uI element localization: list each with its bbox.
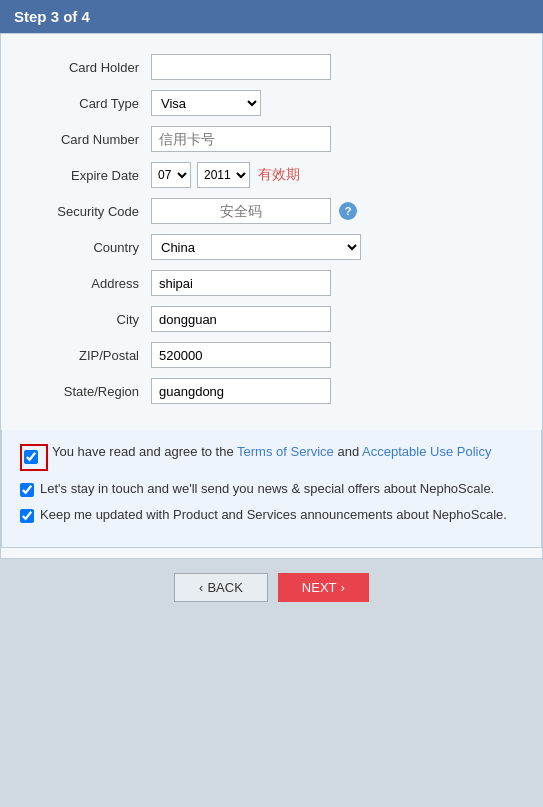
expire-date-row: Expire Date 01020304 05060708 09101112 2… bbox=[21, 162, 522, 188]
security-code-label: Security Code bbox=[21, 204, 151, 219]
state-label: State/Region bbox=[21, 384, 151, 399]
card-type-select[interactable]: Visa MasterCard Amex Discover bbox=[151, 90, 261, 116]
country-row: Country China United States United Kingd… bbox=[21, 234, 522, 260]
card-holder-label: Card Holder bbox=[21, 60, 151, 75]
step-title: Step 3 of 4 bbox=[14, 8, 90, 25]
security-code-row: Security Code ? bbox=[21, 198, 522, 224]
updates-text: Keep me updated with Product and Service… bbox=[40, 507, 507, 522]
country-select[interactable]: China United States United Kingdom Germa… bbox=[151, 234, 361, 260]
tos-checkbox-border bbox=[20, 444, 48, 471]
address-label: Address bbox=[21, 276, 151, 291]
zip-row: ZIP/Postal bbox=[21, 342, 522, 368]
card-number-label: Card Number bbox=[21, 132, 151, 147]
footer-buttons: ‹ BACK NEXT › bbox=[0, 559, 543, 612]
state-input[interactable] bbox=[151, 378, 331, 404]
expire-date-label: Expire Date bbox=[21, 168, 151, 183]
aup-link[interactable]: Acceptable Use Policy bbox=[362, 444, 491, 459]
tos-text-mid: and bbox=[334, 444, 362, 459]
expire-month-select[interactable]: 01020304 05060708 09101112 bbox=[151, 162, 191, 188]
address-input[interactable] bbox=[151, 270, 331, 296]
back-button[interactable]: ‹ BACK bbox=[174, 573, 268, 602]
state-row: State/Region bbox=[21, 378, 522, 404]
next-arrow-icon: › bbox=[341, 580, 345, 595]
tos-text-before: You have read and agree to the bbox=[52, 444, 237, 459]
agreement-section: You have read and agree to the Terms of … bbox=[1, 430, 542, 548]
main-content: Card Holder Card Type Visa MasterCard Am… bbox=[0, 33, 543, 559]
updates-row: Keep me updated with Product and Service… bbox=[20, 507, 523, 523]
card-number-input[interactable] bbox=[151, 126, 331, 152]
back-label: BACK bbox=[207, 580, 242, 595]
security-help-icon[interactable]: ? bbox=[339, 202, 357, 220]
card-type-control: Visa MasterCard Amex Discover bbox=[151, 90, 261, 116]
newsletter-text: Let's stay in touch and we'll send you n… bbox=[40, 481, 494, 496]
tos-link[interactable]: Terms of Service bbox=[237, 444, 334, 459]
form-section: Card Holder Card Type Visa MasterCard Am… bbox=[1, 44, 542, 430]
card-number-row: Card Number bbox=[21, 126, 522, 152]
step-header: Step 3 of 4 bbox=[0, 0, 543, 33]
next-button[interactable]: NEXT › bbox=[278, 573, 369, 602]
tos-text: You have read and agree to the Terms of … bbox=[52, 444, 491, 459]
city-label: City bbox=[21, 312, 151, 327]
zip-label: ZIP/Postal bbox=[21, 348, 151, 363]
tos-row: You have read and agree to the Terms of … bbox=[20, 444, 523, 471]
next-label: NEXT bbox=[302, 580, 337, 595]
card-holder-row: Card Holder bbox=[21, 54, 522, 80]
zip-input[interactable] bbox=[151, 342, 331, 368]
card-type-row: Card Type Visa MasterCard Amex Discover bbox=[21, 90, 522, 116]
newsletter-row: Let's stay in touch and we'll send you n… bbox=[20, 481, 523, 497]
updates-checkbox[interactable] bbox=[20, 509, 34, 523]
city-row: City bbox=[21, 306, 522, 332]
expire-hint: 有效期 bbox=[258, 166, 300, 184]
expire-year-select[interactable]: 201120122013 201420152016 bbox=[197, 162, 250, 188]
address-row: Address bbox=[21, 270, 522, 296]
city-input[interactable] bbox=[151, 306, 331, 332]
security-code-input[interactable] bbox=[151, 198, 331, 224]
newsletter-checkbox[interactable] bbox=[20, 483, 34, 497]
back-arrow-icon: ‹ bbox=[199, 580, 203, 595]
card-holder-input[interactable] bbox=[151, 54, 331, 80]
card-type-label: Card Type bbox=[21, 96, 151, 111]
country-label: Country bbox=[21, 240, 151, 255]
page-wrapper: Step 3 of 4 Card Holder Card Type Visa M… bbox=[0, 0, 543, 612]
expire-date-control: 01020304 05060708 09101112 201120122013 … bbox=[151, 162, 300, 188]
tos-checkbox[interactable] bbox=[24, 450, 38, 464]
